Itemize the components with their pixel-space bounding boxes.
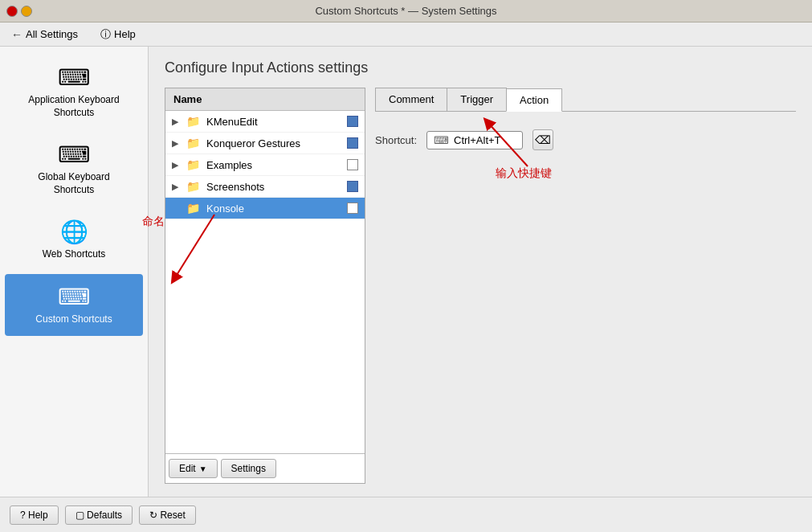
tab-action[interactable]: Action: [506, 88, 562, 112]
minimize-button[interactable]: [21, 6, 32, 17]
sidebar-item-label: Application Keyboard Shortcuts: [11, 94, 137, 119]
keyboard-icon-2: ⌨: [58, 141, 90, 168]
list-item-konsole[interactable]: 📁 Konsole: [165, 198, 365, 219]
help-icon: ⓘ: [100, 27, 111, 42]
content-area: Configure Input Actions settings Name ▶ …: [149, 47, 812, 497]
checkbox-screenshots[interactable]: [347, 181, 358, 192]
shortcut-input[interactable]: ⌨ Ctrl+Alt+T: [426, 131, 523, 149]
sidebar-item-label-2: Global KeyboardShortcuts: [38, 171, 109, 196]
panel-area: Name ▶ 📁 KMenuEdit ▶ 📁 Konqueror Gesture…: [165, 88, 796, 484]
page-title: Configure Input Actions settings: [165, 59, 796, 76]
list-body: ▶ 📁 KMenuEdit ▶ 📁 Konqueror Gestures: [165, 111, 365, 453]
keyboard-small-icon: ⌨: [434, 134, 449, 146]
shortcut-label: Shortcut:: [375, 134, 417, 146]
help-icon-bottom: ?: [20, 509, 26, 521]
expand-icon-2: ▶: [172, 138, 183, 149]
folder-icon-5: 📁: [186, 202, 200, 215]
keyboard-icon-3: ⌨: [58, 284, 90, 310]
titlebar: Custom Shortcuts * — System Settings: [0, 0, 812, 23]
main-layout: ⌨ Application Keyboard Shortcuts ⌨ Globa…: [0, 47, 812, 497]
edit-button[interactable]: Edit ▼: [169, 459, 218, 478]
reset-button[interactable]: ↻ Reset: [139, 505, 196, 525]
list-header: Name: [165, 88, 365, 111]
annotation-area: 命名 输入快捷键: [375, 150, 796, 484]
annotation-text-input: 输入快捷键: [496, 166, 552, 181]
sidebar-item-custom-shortcuts[interactable]: ⌨ Custom Shortcuts: [5, 274, 143, 336]
list-footer: Edit ▼ Settings: [165, 453, 365, 483]
window-controls: [6, 6, 32, 17]
sidebar-item-web-shortcuts[interactable]: 🌐 Web Shortcuts: [5, 209, 143, 271]
all-settings-button[interactable]: ← All Settings: [6, 27, 83, 43]
checkbox-kmenuEdit[interactable]: [347, 116, 358, 127]
defaults-icon: ▢: [75, 509, 84, 521]
shortcut-clear-button[interactable]: ⌫: [532, 129, 553, 150]
sidebar-item-label-4: Custom Shortcuts: [35, 313, 112, 326]
dropdown-arrow-icon: ▼: [199, 464, 207, 473]
web-icon: 🌐: [60, 219, 88, 245]
tab-trigger[interactable]: Trigger: [447, 88, 507, 111]
expand-icon-3: ▶: [172, 160, 183, 170]
reset-icon: ↻: [149, 509, 157, 521]
checkbox-examples[interactable]: [347, 159, 358, 170]
defaults-label: Defaults: [87, 509, 122, 521]
back-icon: ←: [11, 28, 22, 41]
sidebar-item-app-keyboard[interactable]: ⌨ Application Keyboard Shortcuts: [5, 55, 143, 129]
row-label-4: Screenshots: [206, 181, 344, 193]
list-item-konqueror[interactable]: ▶ 📁 Konqueror Gestures: [165, 133, 365, 154]
shortcut-value: Ctrl+Alt+T: [454, 134, 501, 146]
defaults-button[interactable]: ▢ Defaults: [65, 505, 133, 525]
help-bottom-button[interactable]: ? Help: [10, 505, 59, 525]
settings-button[interactable]: Settings: [221, 459, 276, 478]
help-menu[interactable]: ⓘ Help: [96, 26, 141, 43]
keyboard-icon: ⌨: [58, 64, 90, 91]
list-item-examples[interactable]: ▶ 📁 Examples: [165, 154, 365, 176]
bottom-bar: ? Help ▢ Defaults ↻ Reset: [0, 497, 812, 532]
annotation-text-name: 命名: [142, 215, 165, 229]
expand-icon: ▶: [172, 117, 183, 127]
list-item-kmenuEdit[interactable]: ▶ 📁 KMenuEdit: [165, 111, 365, 133]
list-item-screenshots[interactable]: ▶ 📁 Screenshots: [165, 176, 365, 198]
checkbox-konsole[interactable]: [347, 203, 358, 214]
sidebar: ⌨ Application Keyboard Shortcuts ⌨ Globa…: [0, 47, 149, 497]
folder-icon-4: 📁: [186, 180, 200, 193]
checkbox-konqueror[interactable]: [347, 137, 358, 149]
backspace-icon: ⌫: [535, 133, 551, 146]
window-title: Custom Shortcuts * — System Settings: [315, 5, 496, 17]
help-bottom-label: Help: [28, 509, 48, 521]
row-label-3: Examples: [206, 159, 344, 171]
tab-action-label: Action: [520, 94, 549, 106]
row-label: KMenuEdit: [206, 116, 344, 128]
tab-comment[interactable]: Comment: [375, 88, 447, 111]
folder-icon-3: 📁: [186, 158, 200, 171]
sidebar-item-global-keyboard[interactable]: ⌨ Global KeyboardShortcuts: [5, 132, 143, 206]
folder-icon: 📁: [186, 115, 200, 128]
expand-icon-4: ▶: [172, 182, 183, 192]
menubar: ← All Settings ⓘ Help: [0, 23, 812, 47]
detail-panel: Comment Trigger Action Shortcut: ⌨ Ctrl+…: [375, 88, 796, 484]
sidebar-item-label-3: Web Shortcuts: [43, 248, 105, 261]
tab-trigger-label: Trigger: [460, 93, 493, 105]
edit-label: Edit: [179, 463, 196, 474]
shortcut-row: Shortcut: ⌨ Ctrl+Alt+T ⌫: [375, 129, 796, 150]
help-label: Help: [114, 28, 136, 40]
tabs: Comment Trigger Action: [375, 88, 796, 112]
row-label-2: Konqueror Gestures: [206, 137, 344, 149]
all-settings-label: All Settings: [26, 28, 78, 40]
list-panel: Name ▶ 📁 KMenuEdit ▶ 📁 Konqueror Gesture…: [165, 88, 365, 484]
tab-comment-label: Comment: [389, 93, 434, 105]
reset-label: Reset: [160, 509, 185, 521]
row-label-5: Konsole: [206, 203, 344, 215]
close-button[interactable]: [6, 6, 18, 17]
settings-label: Settings: [231, 463, 266, 474]
folder-icon-2: 📁: [186, 137, 200, 149]
